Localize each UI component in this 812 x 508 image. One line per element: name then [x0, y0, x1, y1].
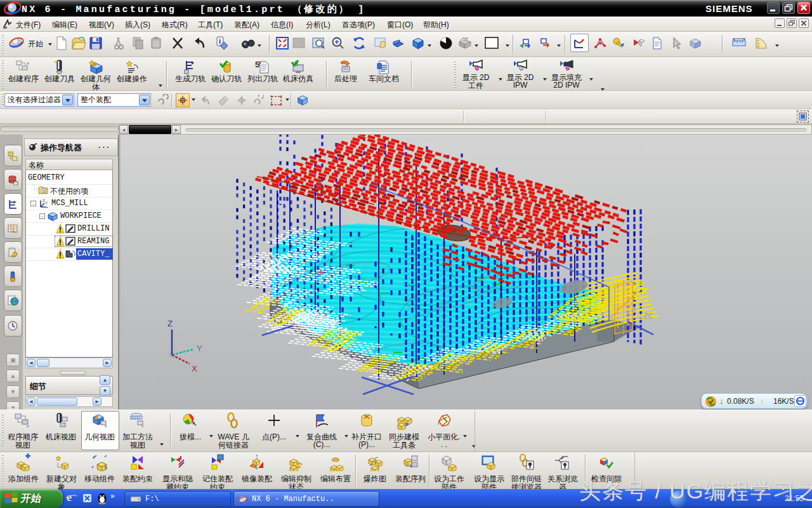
svg-text:ZC: ZC	[643, 312, 653, 321]
svg-text:Z: Z	[167, 319, 173, 328]
svg-text:Y: Y	[197, 344, 202, 353]
svg-text:X: X	[192, 364, 197, 373]
svg-text:i: i	[219, 37, 221, 45]
